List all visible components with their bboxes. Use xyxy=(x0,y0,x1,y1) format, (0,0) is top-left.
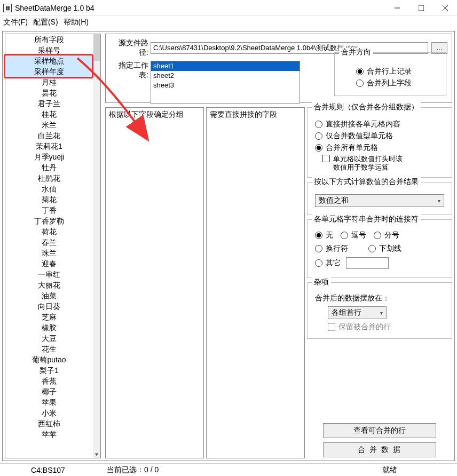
field-item[interactable]: 梨子1 xyxy=(5,365,93,376)
radio-sep-semi[interactable]: 分号 xyxy=(374,231,399,240)
svg-rect-1 xyxy=(419,5,424,11)
scroll-down-icon[interactable]: ▼ xyxy=(93,450,100,458)
radio-icon xyxy=(315,144,322,152)
field-item[interactable]: 椰子 xyxy=(5,386,93,397)
sheet-item[interactable]: sheet1 xyxy=(151,61,300,71)
radio-icon xyxy=(356,80,364,87)
field-item[interactable]: 西红柿 xyxy=(5,418,93,429)
merge-rules-title: 合并规则（仅合并各分组数据） xyxy=(312,102,421,112)
radio-sep-other[interactable]: 其它 xyxy=(315,258,341,268)
path-label: 源文件路径: xyxy=(110,38,151,58)
checkbox-icon xyxy=(322,155,330,162)
radio-icon xyxy=(315,259,322,267)
calc-title: 按以下方式计算数值的合并结果 xyxy=(312,177,421,187)
radio-merge-cols[interactable]: 合并列上字段 xyxy=(356,78,440,88)
field-item[interactable]: 君子兰 xyxy=(5,98,93,109)
field-item[interactable]: 油菜 xyxy=(5,290,93,301)
field-item[interactable]: 香蕉 xyxy=(5,376,93,386)
field-item[interactable]: 牡丹 xyxy=(5,162,93,173)
radio-icon xyxy=(341,232,348,239)
menu-help[interactable]: 帮助(H) xyxy=(64,18,89,27)
sheet-item[interactable]: sheet3 xyxy=(151,81,300,90)
field-item[interactable]: 大豆 xyxy=(5,333,93,344)
field-item[interactable]: 荷花 xyxy=(5,226,93,237)
radio-icon xyxy=(374,232,381,239)
field-item[interactable]: 采样号 xyxy=(5,45,93,55)
field-item[interactable]: 米兰 xyxy=(5,120,93,130)
separator-title: 各单元格字符串合并时的连接符 xyxy=(312,215,421,224)
field-item[interactable]: 水仙 xyxy=(5,184,93,194)
radio-rule-numeric-only[interactable]: 仅合并数值型单元格 xyxy=(315,131,447,141)
field-item[interactable]: 葡萄putao xyxy=(5,354,93,365)
view-mergeable-button[interactable]: 查看可合并的行 xyxy=(323,423,436,438)
field-item[interactable]: 迎春 xyxy=(5,258,93,269)
position-select[interactable]: 各组首行 ▾ xyxy=(328,306,387,319)
misc-group: 杂项 合并后的数据摆放在： 各组首行 ▾ 保留被合并的行 xyxy=(307,282,452,339)
field-item[interactable]: 月桂 xyxy=(5,77,93,88)
field-item[interactable]: 苹果 xyxy=(5,397,93,408)
group-by-label: 根据以下字段确定分组 xyxy=(109,110,184,118)
field-item[interactable]: 向日葵 xyxy=(5,301,93,312)
radio-sep-underscore[interactable]: 下划线 xyxy=(368,244,401,253)
field-item[interactable]: 橡胶 xyxy=(5,322,93,333)
field-item[interactable]: 采样年度 xyxy=(5,66,93,77)
scrollbar-vertical[interactable]: ▲ ▼ xyxy=(93,34,100,458)
field-item[interactable]: 所有字段 xyxy=(5,34,93,45)
status-range: C4:BS107 xyxy=(0,466,96,474)
radio-sep-newline[interactable]: 换行符 xyxy=(315,244,348,253)
field-item[interactable]: 花生 xyxy=(5,344,93,354)
sep-other-input[interactable] xyxy=(346,257,389,269)
radio-icon xyxy=(315,232,322,239)
close-button[interactable] xyxy=(433,0,457,16)
radio-rule-all[interactable]: 合并所有单元格 xyxy=(315,143,447,153)
field-item[interactable]: 桂花 xyxy=(5,109,93,120)
merge-rules-group: 合并规则（仅合并各分组数据） 直接拼接各单元格内容 仅合并数值型单元格 合并所有… xyxy=(307,107,452,178)
merge-direction-title: 合并方向 xyxy=(339,47,373,57)
radio-icon xyxy=(315,121,322,128)
radio-sep-comma[interactable]: 逗号 xyxy=(341,231,366,240)
concat-label: 需要直接拼接的字段 xyxy=(210,110,277,118)
field-item[interactable]: 一串红 xyxy=(5,269,93,280)
field-item[interactable]: 小米 xyxy=(5,408,93,418)
field-item[interactable]: 苹苹 xyxy=(5,429,93,440)
radio-sep-none[interactable]: 无 xyxy=(315,231,333,240)
radio-merge-rows[interactable]: 合并行上记录 xyxy=(356,67,440,76)
radio-icon xyxy=(356,68,364,75)
field-item[interactable]: 白兰花 xyxy=(5,130,93,141)
menu-config[interactable]: 配置(S) xyxy=(33,18,58,27)
minimize-button[interactable] xyxy=(385,0,409,16)
checkbox-numeric-prefix[interactable]: 单元格以数值打头时该数值用于数学运算 xyxy=(322,155,447,172)
separator-group: 各单元格字符串合并时的连接符 无 逗号 分号 换行符 下划线 其它 xyxy=(307,219,452,278)
field-item[interactable]: 芝麻 xyxy=(5,312,93,322)
field-item[interactable]: 菊花 xyxy=(5,194,93,205)
field-item[interactable]: 丁香罗勒 xyxy=(5,216,93,226)
field-item[interactable]: 采样地点 xyxy=(5,55,93,66)
field-item[interactable]: 昙花 xyxy=(5,88,93,98)
calc-method-select[interactable]: 数值之和 ▾ xyxy=(315,194,444,207)
menu-file[interactable]: 文件(F) xyxy=(3,18,28,27)
checkbox-keep-rows[interactable]: 保留被合并的行 xyxy=(328,322,444,332)
chevron-down-icon: ▾ xyxy=(380,310,383,316)
misc-title: 杂项 xyxy=(312,277,331,287)
field-item[interactable]: 茉莉花1 xyxy=(5,141,93,152)
main-panel: 所有字段采样号采样地点采样年度月桂昙花君子兰桂花米兰白兰花茉莉花1月季yueji… xyxy=(2,31,455,461)
radio-icon xyxy=(315,132,322,140)
radio-icon xyxy=(368,245,376,252)
calc-method-group: 按以下方式计算数值的合并结果 数值之和 ▾ xyxy=(307,182,452,215)
sheet-list[interactable]: sheet1sheet2sheet3 xyxy=(151,61,300,104)
maximize-button[interactable] xyxy=(409,0,433,16)
radio-rule-concat[interactable]: 直接拼接各单元格内容 xyxy=(315,120,447,129)
sheet-item[interactable]: sheet2 xyxy=(151,71,300,81)
field-list[interactable]: 所有字段采样号采样地点采样年度月桂昙花君子兰桂花米兰白兰花茉莉花1月季yueji… xyxy=(5,34,101,458)
field-item[interactable]: 大丽花 xyxy=(5,280,93,290)
merge-data-button[interactable]: 合 并 数 据 xyxy=(323,442,436,457)
field-item[interactable]: 杜鹃花 xyxy=(5,173,93,184)
concat-fields-box[interactable]: 需要直接拼接的字段 xyxy=(206,107,305,458)
field-item[interactable]: 珠兰 xyxy=(5,248,93,258)
field-item[interactable]: 月季yueji xyxy=(5,152,93,162)
field-item[interactable]: 春兰 xyxy=(5,237,93,248)
group-by-fields-box[interactable]: 根据以下字段确定分组 xyxy=(105,107,204,458)
field-item[interactable]: 丁香 xyxy=(5,205,93,216)
source-panel: 源文件路径: ... 指定工作表: sheet1sheet2sheet3 合并方… xyxy=(105,34,452,103)
scroll-thumb[interactable] xyxy=(93,34,100,61)
